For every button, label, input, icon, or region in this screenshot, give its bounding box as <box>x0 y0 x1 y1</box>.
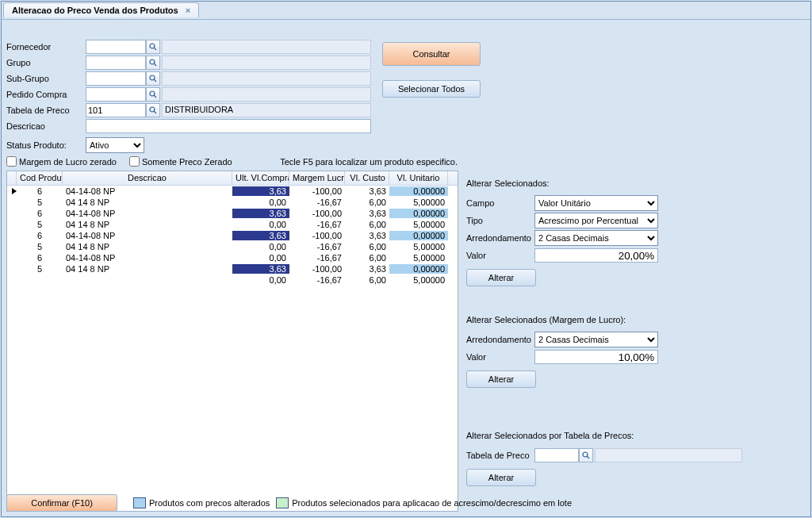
label-status: Status Produto: <box>6 140 86 150</box>
lookup-icon[interactable] <box>146 87 160 102</box>
app-window: Alteracao do Preco Venda dos Produtos × … <box>1 1 811 517</box>
label-tipo: Tipo <box>466 216 534 225</box>
grupo-input[interactable] <box>86 56 146 70</box>
svg-line-3 <box>154 63 156 66</box>
lookup-icon[interactable] <box>579 448 593 462</box>
col-cod[interactable]: Cod Produto <box>17 171 63 185</box>
alterar-button-2[interactable]: Alterar <box>466 370 536 388</box>
svg-point-2 <box>150 59 155 64</box>
label-valor: Valor <box>466 251 534 260</box>
table-row[interactable]: 604-14-08 NP3,63-100,003,630,00000 <box>7 230 458 241</box>
selecionar-todos-button[interactable]: Selecionar Todos <box>382 80 481 98</box>
filter-form: Fornecedor Grupo Sub-Grupo Pedido Compra <box>6 39 371 153</box>
arred-select[interactable]: 2 Casas Decimais <box>534 230 658 246</box>
tipo-select[interactable]: Acrescimo por Percentual <box>534 213 658 228</box>
pedido-input[interactable] <box>86 87 146 102</box>
table-row[interactable]: 504 14 8 NP0,00-16,676,005,00000 <box>7 197 458 208</box>
svg-line-5 <box>154 79 156 82</box>
svg-line-7 <box>154 95 156 98</box>
alterar-button-1[interactable]: Alterar <box>466 269 536 286</box>
svg-point-0 <box>150 44 155 48</box>
alterar-button-3[interactable]: Alterar <box>466 469 536 486</box>
svg-point-6 <box>150 91 155 96</box>
table-row[interactable]: 0,00-16,676,005,00000 <box>7 274 458 286</box>
valor2-input[interactable] <box>534 350 658 364</box>
fornecedor-desc <box>162 40 371 54</box>
label-arred2: Arredondamento <box>466 335 534 344</box>
legend-box-selecionados <box>276 497 289 508</box>
lookup-icon[interactable] <box>146 56 160 70</box>
valor-input[interactable] <box>534 248 658 263</box>
arred2-select[interactable]: 2 Casas Decimais <box>534 332 658 347</box>
tab-bar: Alteracao do Preco Venda dos Produtos × <box>2 2 810 19</box>
table-row[interactable]: 504 14 8 NP0,00-16,676,005,00000 <box>7 241 458 252</box>
status-select[interactable]: Ativo <box>86 137 144 153</box>
tab-content: Fornecedor Grupo Sub-Grupo Pedido Compra <box>2 19 810 516</box>
label-tabela-preco: Tabela de Preco <box>466 451 534 460</box>
descricao-input[interactable] <box>86 119 371 133</box>
svg-point-10 <box>583 452 588 457</box>
col-ult[interactable]: Ult. Vl.Compra <box>232 171 289 185</box>
col-unit[interactable]: Vl. Unitario <box>389 171 448 185</box>
product-grid[interactable]: Cod Produto Descricao Ult. Vl.Compra Mar… <box>6 171 458 512</box>
label-descricao: Descricao <box>6 121 86 131</box>
label-campo: Campo <box>466 198 534 208</box>
tabela-input[interactable] <box>86 103 146 117</box>
check-preco-zerado[interactable] <box>129 156 140 167</box>
check-margem-zerado[interactable] <box>6 156 17 167</box>
table-row[interactable]: 604-14-08 NP3,63-100,003,630,00000 <box>7 186 458 197</box>
label-arred: Arredondamento <box>466 233 534 243</box>
label-pedido: Pedido Compra <box>6 90 86 99</box>
tab-title: Alteracao do Preco Venda dos Produtos <box>12 6 178 15</box>
table-row[interactable]: 504 14 8 NP3,63-100,003,630,00000 <box>7 263 458 274</box>
label-valor2: Valor <box>466 352 534 362</box>
lookup-icon[interactable] <box>146 71 160 86</box>
tabela-preco-input[interactable] <box>534 448 579 462</box>
label-subgrupo: Sub-Grupo <box>6 74 86 83</box>
label-tabela: Tabela de Preco <box>6 106 86 115</box>
legend-alterados: Produtos com precos alterados <box>149 498 270 508</box>
label-grupo: Grupo <box>6 58 86 67</box>
subgrupo-input[interactable] <box>86 71 146 86</box>
section1-title: Alterar Selecionados: <box>466 178 744 188</box>
confirmar-button[interactable]: Confirmar (F10) <box>6 494 117 512</box>
table-row[interactable]: 604-14-08 NP3,63-100,003,630,00000 <box>7 208 458 219</box>
checkbox-row: Margem de Lucro zerado Somente Preco Zer… <box>6 156 458 167</box>
svg-line-1 <box>154 48 156 50</box>
section3-title: Alterar Selecionados por Tabela de Preco… <box>466 431 744 440</box>
col-marg[interactable]: Margem Lucro <box>289 171 345 185</box>
fornecedor-input[interactable] <box>86 40 146 54</box>
grid-body[interactable]: 604-14-08 NP3,63-100,003,630,00000504 14… <box>7 186 458 511</box>
tabela-desc: DISTRIBUIDORA <box>162 103 371 117</box>
label-preco-zerado: Somente Preco Zerado <box>142 157 232 167</box>
consultar-button[interactable]: Consultar <box>382 42 481 66</box>
col-desc[interactable]: Descricao <box>63 171 232 185</box>
svg-point-8 <box>150 107 155 112</box>
svg-line-9 <box>154 111 156 113</box>
col-custo[interactable]: Vl. Custo <box>345 171 389 185</box>
lookup-icon[interactable] <box>146 103 160 117</box>
label-fornecedor: Fornecedor <box>6 42 86 52</box>
close-icon[interactable]: × <box>186 6 190 15</box>
pedido-desc <box>162 87 371 102</box>
legend-selecionados: Produtos selecionados para aplicacao de … <box>292 498 572 508</box>
table-row[interactable]: 504 14 8 NP0,00-16,676,005,00000 <box>7 219 458 230</box>
subgrupo-desc <box>162 71 371 86</box>
right-pane: Alterar Selecionados: Campo Valor Unitár… <box>466 178 744 486</box>
campo-select[interactable]: Valor Unitário <box>534 195 658 211</box>
f5-hint: Tecle F5 para localizar um produto espec… <box>280 157 458 167</box>
svg-point-4 <box>150 75 155 80</box>
section2-title: Alterar Selecionados (Margem de Lucro): <box>466 315 744 324</box>
grid-header: Cod Produto Descricao Ult. Vl.Compra Mar… <box>7 171 458 186</box>
grupo-desc <box>162 56 371 70</box>
table-row[interactable]: 604-14-08 NP0,00-16,676,005,00000 <box>7 252 458 263</box>
footer: Confirmar (F10) Produtos com precos alte… <box>6 493 806 513</box>
tab-main[interactable]: Alteracao do Preco Venda dos Produtos × <box>3 2 199 17</box>
label-margem-zerado: Margem de Lucro zerado <box>19 157 117 167</box>
lookup-icon[interactable] <box>146 40 160 54</box>
svg-line-11 <box>587 456 589 459</box>
legend-box-alterados <box>133 497 146 508</box>
tabela-preco-desc <box>595 448 742 462</box>
